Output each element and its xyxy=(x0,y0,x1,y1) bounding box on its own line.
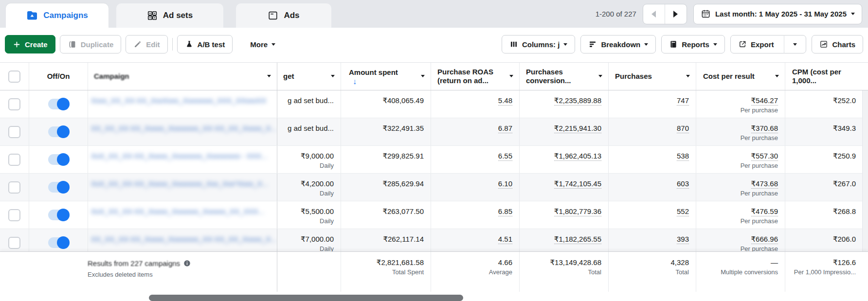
purchases-value[interactable]: 870 xyxy=(677,124,689,133)
campaign-on-toggle[interactable] xyxy=(48,210,69,220)
breakdown-button[interactable]: Breakdown xyxy=(580,35,656,53)
cost-per-result-unit: Per purchase xyxy=(699,106,778,114)
summary-title: Results from 227 campaigns xyxy=(88,259,180,267)
column-header-amount-spent[interactable]: Amount spent ↓ xyxy=(341,63,431,90)
select-all-checkbox[interactable] xyxy=(8,71,20,83)
conversion-value[interactable]: ₹1,742,105.45 xyxy=(554,179,601,189)
edit-label: Edit xyxy=(146,40,160,49)
row-checkbox[interactable] xyxy=(8,209,20,221)
purchases-value[interactable]: 393 xyxy=(677,235,689,244)
campaign-on-toggle[interactable] xyxy=(48,182,69,193)
purchase-roas-value[interactable]: 6.85 xyxy=(498,207,512,216)
column-header-budget[interactable]: get xyxy=(277,63,341,90)
purchase-roas-value[interactable]: 4.51 xyxy=(498,235,512,244)
columns-button[interactable]: Columns: j xyxy=(502,35,576,53)
chevron-down-icon[interactable] xyxy=(421,75,425,77)
tab-campaigns[interactable]: Campaigns xyxy=(6,3,108,28)
campaign-on-toggle[interactable] xyxy=(48,237,69,248)
cost-per-result-value[interactable]: ₹666.96 xyxy=(751,235,778,244)
row-checkbox[interactable] xyxy=(8,126,20,138)
summary-roas: 4.66 Average xyxy=(431,252,519,292)
conversion-value-cell: ₹2,215,941.30 xyxy=(519,118,608,145)
campaign-name-blurred[interactable]: Xxxx_XX_XX-XX_XxxXxxx_Xxxxxxxx_XXX_XXxxx… xyxy=(91,96,266,105)
flask-icon xyxy=(185,40,194,49)
column-header-purchases[interactable]: Purchases xyxy=(608,63,696,90)
prev-page-button[interactable] xyxy=(643,4,665,24)
conversion-value[interactable]: ₹2,235,889.88 xyxy=(554,96,601,106)
cost-per-result-value[interactable]: ₹370.68 xyxy=(751,124,778,133)
purchase-roas-value[interactable]: 6.10 xyxy=(498,179,512,189)
column-header-campaign[interactable]: Campaign xyxy=(88,63,277,90)
cost-per-result-unit: Per purchase xyxy=(699,245,778,251)
pagination xyxy=(643,4,687,24)
info-icon[interactable] xyxy=(183,260,191,267)
horizontal-scrollbar-thumb[interactable] xyxy=(149,295,463,301)
chevron-down-icon[interactable] xyxy=(775,75,779,77)
tab-ad-sets[interactable]: Ad sets xyxy=(116,3,223,28)
row-checkbox[interactable] xyxy=(8,237,20,249)
edit-button[interactable]: Edit xyxy=(126,35,167,53)
cost-per-result-cell: ₹666.96 Per purchase xyxy=(696,229,785,251)
cost-per-result-value[interactable]: ₹473.68 xyxy=(751,179,778,189)
purchases-value[interactable]: 747 xyxy=(677,96,689,106)
row-checkbox[interactable] xyxy=(8,181,20,194)
campaign-name-blurred[interactable]: XX_XX_XX-XX_Xxxxx_Xxxxxxxx_XX-XX_XX_Xxxx… xyxy=(91,124,277,132)
campaign-on-toggle[interactable] xyxy=(48,126,69,137)
campaign-name-cell: XxX_XX_XX-XX_Xxxxx_Xxxxxxx_Xxxxxx_XX_XXX… xyxy=(88,201,277,229)
next-page-button[interactable] xyxy=(665,4,687,24)
campaign-on-toggle[interactable] xyxy=(48,154,69,165)
export-options-button[interactable] xyxy=(784,35,806,53)
conversion-value[interactable]: ₹1,182,265.55 xyxy=(554,235,601,244)
cpm-cell: ₹252.0 xyxy=(785,90,863,118)
purchase-roas-value[interactable]: 5.48 xyxy=(498,96,512,106)
summary-title-cell: Results from 227 campaigns Excludes dele… xyxy=(0,252,277,292)
conversion-value[interactable]: ₹1,802,779.36 xyxy=(554,207,601,216)
date-range-picker[interactable]: Last month: 1 May 2025 - 31 May 2025 xyxy=(693,4,862,24)
duplicate-button[interactable]: Duplicate xyxy=(60,35,122,53)
chevron-down-icon[interactable] xyxy=(686,75,690,77)
column-header-cost-per-result[interactable]: Cost per result xyxy=(696,63,785,90)
conversion-value[interactable]: ₹1,962,405.13 xyxy=(554,152,601,161)
cpm-value: ₹349.3 xyxy=(788,124,856,133)
column-header-purchase-roas[interactable]: Purchase ROAS (return on ad... xyxy=(431,63,519,90)
campaign-name-blurred[interactable]: XxX_XX_XX-XX_Xxxxx_Xxxxxxxx_Xxx_Xxx*Xxxx… xyxy=(91,179,268,188)
cost-per-result-value[interactable]: ₹476.59 xyxy=(751,207,778,216)
purchases-value[interactable]: 552 xyxy=(677,207,689,216)
purchase-roas-value[interactable]: 6.87 xyxy=(498,124,512,133)
more-button[interactable]: More xyxy=(243,35,283,53)
cost-per-result-value[interactable]: ₹557.30 xyxy=(751,152,778,161)
table-row: XxX_XX_XX-XX_Xxxxx_Xxxxxxxx_Xxx_Xxx*Xxxx… xyxy=(0,174,868,201)
summary-cost-per-result: — Multiple conversions xyxy=(696,252,785,292)
tab-ads[interactable]: Ads xyxy=(236,3,331,28)
copy-pages-icon xyxy=(68,40,77,49)
purchase-roas-cell: 6.85 xyxy=(431,201,519,229)
chevron-down-icon xyxy=(271,43,275,46)
campaign-on-toggle[interactable] xyxy=(48,99,69,109)
chevron-down-icon[interactable] xyxy=(331,75,335,77)
chevron-down-icon[interactable] xyxy=(509,75,513,77)
create-button[interactable]: Create xyxy=(5,35,55,53)
reports-button[interactable]: Reports xyxy=(661,35,725,53)
cost-per-result-value[interactable]: ₹546.27 xyxy=(751,96,778,106)
charts-button[interactable]: Charts xyxy=(812,35,863,53)
column-header-purchases-conversion-value[interactable]: Purchases conversion... xyxy=(519,63,608,90)
campaign-name-blurred[interactable]: XxX_XX_XX-XX_Xxxxx_Xxxxxxxx_Xxxxxxxxx - … xyxy=(91,152,268,160)
cost-per-result-cell: ₹546.27 Per purchase xyxy=(696,90,785,118)
campaign-name-blurred[interactable]: XxX_XX_XX-XX_Xxxxx_Xxxxxxx_Xxxxxx_XX_XXX… xyxy=(91,207,264,215)
chevron-down-icon[interactable] xyxy=(267,75,271,77)
row-checkbox[interactable] xyxy=(8,98,20,110)
chevron-down-icon[interactable] xyxy=(598,75,602,77)
column-header-cpm[interactable]: CPM (cost per 1,000... xyxy=(785,63,863,90)
vertical-scrollbar[interactable] xyxy=(862,90,868,251)
sort-descending-icon[interactable]: ↓ xyxy=(353,78,431,86)
conversion-value[interactable]: ₹2,215,941.30 xyxy=(554,124,601,133)
purchases-value[interactable]: 538 xyxy=(677,152,689,161)
campaign-name-blurred[interactable]: XX_XX_XX-XX_Xxxxx_Xxxxxxxx_XX-XX_XX_Xxxx… xyxy=(91,235,277,243)
purchase-roas-value[interactable]: 6.55 xyxy=(498,152,512,161)
charts-label: Charts xyxy=(832,40,855,49)
table-row: XxX_XX_XX-XX_Xxxxx_Xxxxxxx_Xxxxxx_XX_XXX… xyxy=(0,201,868,229)
ab-test-button[interactable]: A/B test xyxy=(177,35,233,53)
export-button[interactable]: Export xyxy=(730,35,807,53)
row-checkbox[interactable] xyxy=(8,154,20,166)
purchases-value[interactable]: 603 xyxy=(677,179,689,189)
